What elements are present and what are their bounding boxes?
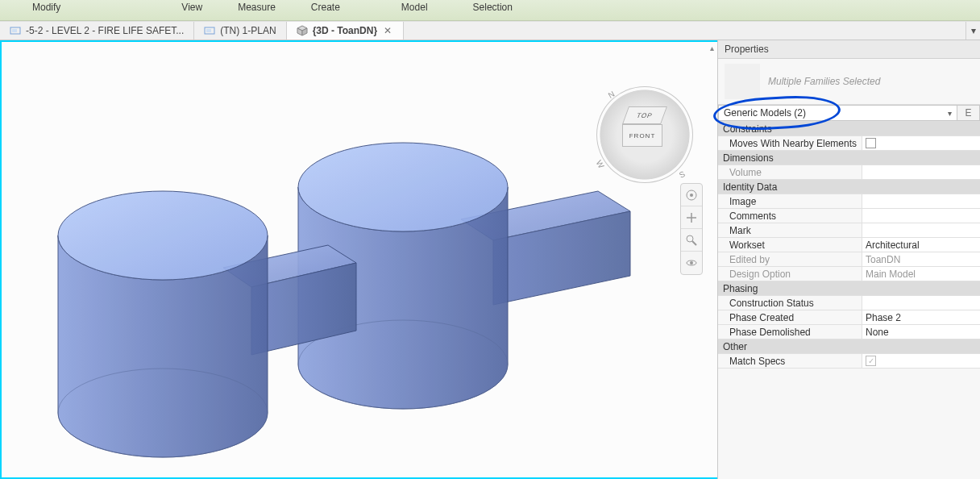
group-phasing[interactable]: Phasing <box>718 281 980 296</box>
ribbon-group-model: Model Selection <box>393 0 521 13</box>
group-dimensions[interactable]: Dimensions <box>718 151 980 165</box>
chevron-down-icon: ▾ <box>948 109 952 118</box>
edit-type-button[interactable]: E <box>957 105 980 121</box>
prop-workset[interactable]: Workset Architectural <box>718 238 980 252</box>
plan-view-icon <box>204 25 215 36</box>
ribbon-panel-selection[interactable]: Selection <box>465 0 521 13</box>
prop-phase-created[interactable]: Phase Created Phase 2 <box>718 310 980 325</box>
nav-orbit-icon[interactable] <box>681 252 702 274</box>
checkbox[interactable]: ✓ <box>866 356 876 366</box>
svg-point-13 <box>58 191 268 280</box>
properties-filter-row: Generic Models (2) ▾ E <box>718 104 980 122</box>
nav-zoom-icon[interactable] <box>681 229 702 252</box>
checkbox[interactable] <box>866 138 876 148</box>
ribbon-panel-measure[interactable]: Measure <box>230 0 284 13</box>
prop-edited-by: Edited by ToanDN <box>718 252 980 267</box>
prop-construction-status[interactable]: Construction Status <box>718 296 980 310</box>
type-selector[interactable]: Multiple Families Selected <box>718 59 980 104</box>
close-icon[interactable]: ✕ <box>382 25 393 36</box>
svg-point-16 <box>690 194 693 197</box>
3d-view-icon <box>297 25 308 36</box>
filter-value: Generic Models (2) <box>724 107 806 119</box>
scroll-up-icon[interactable]: ▴ <box>706 42 717 55</box>
properties-filter-select[interactable]: Generic Models (2) ▾ <box>718 105 957 121</box>
prop-mark[interactable]: Mark <box>718 223 980 238</box>
properties-panel: Properties Multiple Families Selected Ge… <box>717 40 980 479</box>
plan-view-icon <box>10 25 21 36</box>
tab-tn-1plan[interactable]: (TN) 1-PLAN <box>194 22 286 40</box>
viewcube-face-top[interactable]: TOP <box>622 106 667 124</box>
3d-canvas[interactable]: N S W TOP FRONT ▴ <box>0 40 717 479</box>
viewcube-cube[interactable]: TOP FRONT <box>622 106 667 147</box>
svg-point-9 <box>298 143 508 231</box>
properties-title: Properties <box>718 40 980 59</box>
prop-moves-with-nearby[interactable]: Moves With Nearby Elements <box>718 136 980 151</box>
tab-level2-fire[interactable]: -5-2 - LEVEL 2 - FIRE LIFE SAFET... <box>0 22 194 40</box>
group-other[interactable]: Other <box>718 339 980 354</box>
svg-point-20 <box>690 261 693 264</box>
compass-s: S <box>678 169 687 180</box>
ribbon-group-measure: View Measure Create <box>173 0 348 13</box>
ribbon-panel-create[interactable]: Create <box>303 0 348 13</box>
viewcube-face-front[interactable]: FRONT <box>622 124 662 147</box>
svg-rect-1 <box>12 29 17 32</box>
ribbon: Modify View Measure Create Model Selecti… <box>0 0 980 21</box>
svg-rect-3 <box>206 29 211 32</box>
group-constraints[interactable]: Constraints <box>718 122 980 136</box>
canvas-vertical-scrollbar[interactable]: ▴ <box>706 42 717 477</box>
nav-full-navwheel-icon[interactable] <box>681 184 702 206</box>
main-area: N S W TOP FRONT ▴ <box>0 40 980 479</box>
edit-type-icon: E <box>965 107 971 119</box>
type-selector-label: Multiple Families Selected <box>768 76 880 87</box>
svg-point-17 <box>687 235 693 242</box>
type-thumbnail <box>725 64 760 99</box>
svg-line-18 <box>692 241 696 245</box>
prop-comments[interactable]: Comments <box>718 209 980 223</box>
tabs-overflow[interactable]: ▾ <box>965 22 980 40</box>
nav-pan-icon[interactable] <box>681 206 702 229</box>
tab-label: {3D - ToanDN} <box>313 25 377 36</box>
ribbon-panel-modify[interactable]: Modify <box>24 0 69 13</box>
ribbon-panel-model[interactable]: Model <box>393 0 436 13</box>
navigation-bar <box>680 183 703 275</box>
ribbon-panel-view[interactable]: View <box>173 0 210 13</box>
properties-table: Constraints Moves With Nearby Elements D… <box>718 122 980 479</box>
document-tabstrip: -5-2 - LEVEL 2 - FIRE LIFE SAFET... (TN)… <box>0 21 980 40</box>
tab-3d-toandn[interactable]: {3D - ToanDN} ✕ <box>287 22 404 40</box>
prop-phase-demolished[interactable]: Phase Demolished None <box>718 325 980 339</box>
tab-label: -5-2 - LEVEL 2 - FIRE LIFE SAFET... <box>26 25 184 36</box>
3d-model[interactable] <box>10 50 687 479</box>
prop-image[interactable]: Image <box>718 194 980 209</box>
tab-label: (TN) 1-PLAN <box>220 25 276 36</box>
viewcube[interactable]: N S W TOP FRONT <box>596 86 693 183</box>
prop-volume: Volume <box>718 165 980 180</box>
prop-match-specs[interactable]: Match Specs ✓ <box>718 354 980 369</box>
group-identity-data[interactable]: Identity Data <box>718 180 980 194</box>
prop-design-option: Design Option Main Model <box>718 267 980 281</box>
